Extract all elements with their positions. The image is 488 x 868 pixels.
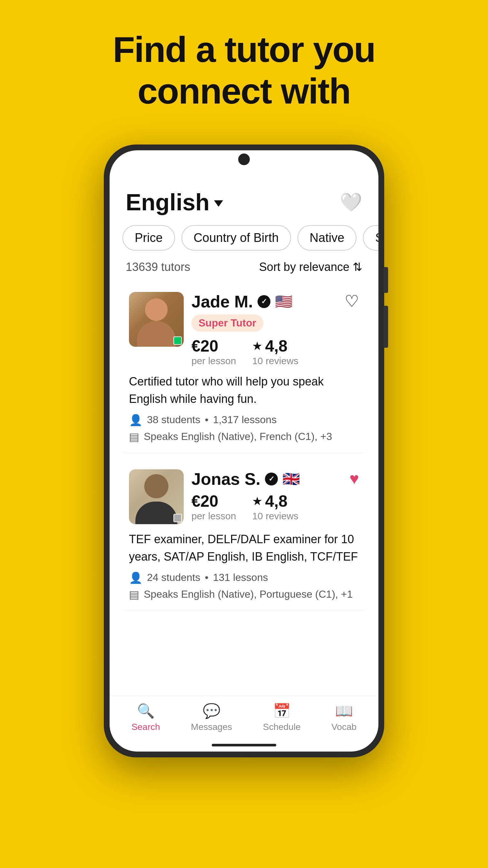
sort-button[interactable]: Sort by relevance ⇅ [259,260,362,274]
students-lessons-row: 👤 38 students • 1,317 lessons [129,413,359,427]
tutor-name: Jade M. [191,292,253,311]
nav-schedule[interactable]: 📅 Schedule [263,703,301,732]
filter-row: Price Country of Birth Native Spe... [109,222,379,257]
phone-content: English 🤍 Price Country of Birth Native … [109,150,379,751]
phone-side-btn-power [384,306,388,348]
results-summary: 13639 tutors Sort by relevance ⇅ [109,257,379,280]
avatar-online-badge [173,336,182,345]
super-tutor-badge: Super Tutor [191,314,263,332]
favorite-button[interactable]: ♥ [349,469,359,488]
speaks-languages: Speaks English (Native), French (C1), +3 [144,431,332,442]
tutor-meta: 👤 38 students • 1,317 lessons ▤ Speaks E… [129,413,359,443]
language-selector[interactable]: English [126,189,223,215]
tutor-card-header: Jade M. 🇺🇸 Super Tutor €20 per lesson [129,292,359,366]
price-rating-row: €20 per lesson ★ 4,8 10 reviews [191,492,359,522]
lessons-count: 1,317 lessons [213,414,276,426]
rating-block: ★ 4,8 10 reviews [252,337,298,366]
app-header: English 🤍 [109,179,379,222]
students-count: 38 students [147,414,200,426]
reviews-count: 10 reviews [252,510,298,522]
phone-notch [238,154,250,165]
phone-outer: English 🤍 Price Country of Birth Native … [104,145,384,757]
vocab-icon: 📖 [335,703,353,719]
filter-native[interactable]: Native [297,225,357,251]
tutor-description: Certified tutor who will help you speak … [129,373,359,408]
avatar [129,292,184,347]
phone-side-btn-volume [384,267,388,293]
home-indicator [109,742,379,751]
rating-block: ★ 4,8 10 reviews [252,492,298,522]
nav-vocab[interactable]: 📖 Vocab [331,703,357,732]
sort-icon: ⇅ [353,260,362,274]
nav-search[interactable]: 🔍 Search [131,703,160,732]
selected-language: English [126,189,209,215]
tutor-name-row: Jonas S. 🇬🇧 [191,469,359,489]
nav-search-label: Search [131,722,160,732]
hero-title: Find a tutor you connect with [113,29,375,112]
tutor-card[interactable]: Jade M. 🇺🇸 Super Tutor €20 per lesson [119,280,369,453]
speaks-icon: ▤ [129,430,139,443]
tutor-name-row: Jade M. 🇺🇸 [191,292,359,311]
nav-schedule-label: Schedule [263,722,301,732]
tutor-info: Jade M. 🇺🇸 Super Tutor €20 per lesson [191,292,359,366]
phone-screen: English 🤍 Price Country of Birth Native … [109,150,379,751]
avatar-offline-badge [173,514,182,522]
phone-mockup: English 🤍 Price Country of Birth Native … [104,145,384,757]
search-icon: 🔍 [137,703,155,719]
tutor-flag: 🇺🇸 [275,293,293,310]
tutor-flag: 🇬🇧 [282,471,300,487]
students-lessons-row: 👤 24 students • 131 lessons [129,571,359,584]
tutor-card[interactable]: Jonas S. 🇬🇧 €20 per lesson [119,458,369,611]
price-label: per lesson [191,510,236,522]
star-icon: ★ [252,494,262,508]
speaks-row: ▤ Speaks English (Native), French (C1), … [129,430,359,443]
tutor-list: Jade M. 🇺🇸 Super Tutor €20 per lesson [109,280,379,696]
nav-messages[interactable]: 💬 Messages [191,703,232,732]
price-block: €20 per lesson [191,337,236,366]
schedule-icon: 📅 [273,703,291,719]
price-block: €20 per lesson [191,492,236,522]
price-rating-row: €20 per lesson ★ 4,8 10 reviews [191,337,359,366]
home-bar [212,744,276,746]
chevron-down-icon [214,200,223,207]
verified-icon [265,472,278,486]
speaks-row: ▤ Speaks English (Native), Portuguese (C… [129,588,359,601]
speaks-languages: Speaks English (Native), Portuguese (C1)… [144,588,353,600]
filter-specialty[interactable]: Spe... [363,225,379,251]
reviews-count: 10 reviews [252,355,298,366]
students-count: 24 students [147,571,200,584]
filter-country[interactable]: Country of Birth [182,225,291,251]
star-icon: ★ [252,339,262,353]
tutor-meta: 👤 24 students • 131 lessons ▤ Speaks Eng… [129,571,359,601]
price-amount: €20 [191,492,236,510]
tutor-name: Jonas S. [191,469,260,489]
students-icon: 👤 [129,571,142,584]
tutor-card-header: Jonas S. 🇬🇧 €20 per lesson [129,469,359,524]
lessons-count: 131 lessons [213,571,268,584]
speaks-icon: ▤ [129,588,139,601]
tutor-count: 13639 tutors [126,260,190,274]
rating-number: 4,8 [265,337,288,355]
messages-icon: 💬 [203,703,221,719]
nav-vocab-label: Vocab [331,722,357,732]
price-label: per lesson [191,355,236,366]
filter-price[interactable]: Price [123,225,175,251]
verified-icon [258,295,270,308]
favorite-button[interactable]: ♡ [345,292,359,311]
nav-messages-label: Messages [191,722,232,732]
tutor-info: Jonas S. 🇬🇧 €20 per lesson [191,469,359,522]
students-icon: 👤 [129,413,142,427]
tutor-description: TEF examiner, DELF/DALF examiner for 10 … [129,531,359,565]
bottom-nav: 🔍 Search 💬 Messages 📅 Schedule 📖 Vocab [109,696,379,742]
price-amount: €20 [191,337,236,355]
rating-number: 4,8 [265,492,288,510]
avatar [129,469,184,524]
wishlist-icon[interactable]: 🤍 [340,192,362,213]
